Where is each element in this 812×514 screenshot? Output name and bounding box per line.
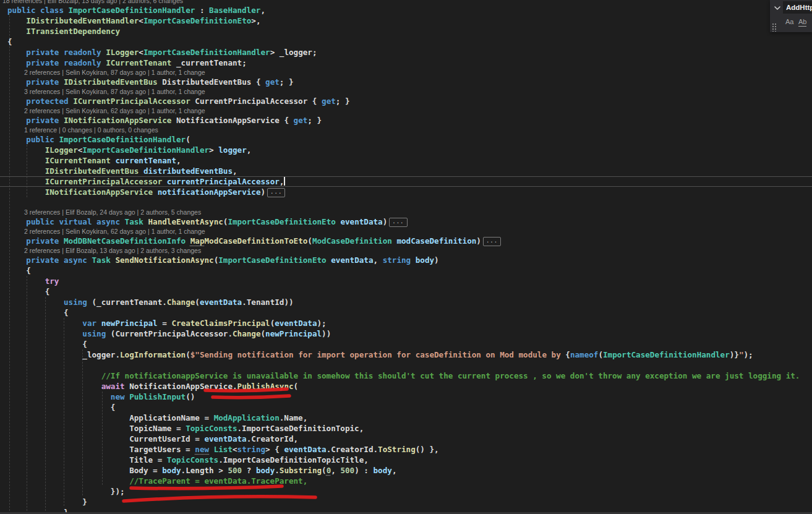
code-line[interactable]: public virtual async Task HandleEventAsy… xyxy=(0,216,812,227)
codelens-line[interactable]: 2 references | Selin Koykiran, 87 days a… xyxy=(0,68,812,77)
code-line-blank[interactable] xyxy=(0,197,812,208)
code-line[interactable]: ICurrentTenant currentTenant, xyxy=(0,155,812,166)
code-token: >, xyxy=(251,16,260,25)
code-line[interactable]: Body = body.Length > 500 ? body.Substrin… xyxy=(0,465,812,476)
whole-word-button[interactable]: Ab xyxy=(798,17,806,27)
code-line[interactable]: TopicName = TopicConsts.ImportCaseDefini… xyxy=(0,423,812,434)
drag-grip[interactable] xyxy=(771,22,777,32)
code-line[interactable]: ITransientDependency xyxy=(0,26,812,36)
code-token: get xyxy=(294,116,308,125)
code-token: () xyxy=(186,392,195,401)
code-token: ( xyxy=(186,135,190,144)
find-input[interactable]: AddHttp xyxy=(783,1,812,14)
code-token: string xyxy=(383,255,411,265)
code-token: ImportCaseDefinitionEto xyxy=(228,217,335,226)
code-line[interactable]: new PublishInput() xyxy=(0,392,812,402)
code-token xyxy=(7,236,26,246)
code-token xyxy=(7,382,101,391)
code-token: get xyxy=(322,96,336,106)
code-token: 500 xyxy=(228,466,242,475)
code-line[interactable]: //TraceParent = eventData.TraceParent, xyxy=(0,476,812,486)
codelens-line[interactable]: 1 reference | 0 changes | 0 authors, 0 c… xyxy=(0,126,812,134)
code-token: Body = xyxy=(7,466,162,475)
collapsed-region-box[interactable]: ... xyxy=(267,188,285,197)
code-token: ICurrentTenant xyxy=(45,156,111,165)
codelens-line[interactable]: 2 references | Elif Bozalp, 13 days ago … xyxy=(0,246,812,255)
code-token: ImportCaseDefinitionEto xyxy=(143,16,251,25)
code-line[interactable]: private readonly ICurrentTenant _current… xyxy=(0,58,812,68)
code-line[interactable]: { xyxy=(0,339,812,349)
collapsed-region-box[interactable]: ... xyxy=(483,237,501,246)
code-line[interactable]: var newPrincipal = CreateClaimsPrincipal… xyxy=(0,318,812,328)
code-token: $"Sending notification for import operat… xyxy=(190,350,566,359)
code-line[interactable]: protected ICurrentPrincipalAccessor Curr… xyxy=(0,96,812,106)
code-line[interactable]: { xyxy=(0,286,812,297)
code-token: PublishInput xyxy=(129,392,186,401)
code-line[interactable]: public ImportCaseDefinitionHandler( xyxy=(0,134,812,145)
code-line[interactable]: { xyxy=(0,307,812,318)
code-line[interactable]: private INotificationAppService Notifica… xyxy=(0,115,812,126)
collapsed-region-box[interactable]: ... xyxy=(389,218,407,227)
code-token: notificationAppService xyxy=(158,187,261,197)
code-line[interactable]: try xyxy=(0,276,812,286)
code-token: ( xyxy=(260,329,265,338)
code-line[interactable]: using (_currentTenant.Change(eventData.T… xyxy=(0,297,812,307)
codelens-line[interactable]: 3 references | Selin Koykiran, 87 days a… xyxy=(0,87,812,96)
codelens-line[interactable]: 2 references | Selin Koykiran, 62 days a… xyxy=(0,106,812,115)
code-area[interactable]: 18 references | Elif Bozalp, 13 days ago… xyxy=(0,0,812,514)
codelens-line[interactable]: 2 references | Selin Koykiran, 62 days a… xyxy=(0,227,812,236)
code-line[interactable]: { xyxy=(0,402,812,413)
code-token: ModCaseDefinitionToEto xyxy=(205,236,308,246)
code-token xyxy=(7,145,45,155)
code-token: private readonly xyxy=(26,58,106,67)
code-line[interactable]: Title = TopicConsts.ImportCaseDefinition… xyxy=(0,455,812,465)
code-token: //TraceParent = eventData.TraceParent, xyxy=(129,476,307,486)
code-token: Substring xyxy=(280,466,322,475)
code-token xyxy=(7,116,26,125)
code-token: //If notificationappService is unavailab… xyxy=(101,371,800,380)
code-token: .ImportCaseDefinitionTopicTitle, xyxy=(218,455,369,465)
chevron-down-icon[interactable] xyxy=(772,3,782,13)
code-line-blank[interactable] xyxy=(0,360,812,371)
code-token: NotificationAppService { xyxy=(171,116,293,125)
code-line[interactable]: ApplicationName = ModApplication.Name, xyxy=(0,413,812,423)
code-line[interactable]: IDistributedEventBus distributedEventBus… xyxy=(0,166,812,176)
code-token: ); xyxy=(317,319,327,328)
code-line[interactable]: IDistributedEventHandler<ImportCaseDefin… xyxy=(0,15,812,26)
code-token xyxy=(7,16,26,25)
code-line[interactable]: private IDistributedEventBus Distributed… xyxy=(0,77,812,87)
code-line[interactable]: INotificationAppService notificationAppS… xyxy=(0,187,812,197)
code-token: () }, xyxy=(416,445,439,454)
code-token: currentPrincipalAccessor xyxy=(167,177,280,186)
code-line[interactable]: }); xyxy=(0,486,812,497)
code-line[interactable]: using (CurrentPrincipalAccessor.Change(n… xyxy=(0,328,812,339)
code-token: = xyxy=(158,319,172,328)
code-token: , xyxy=(260,6,265,15)
codelens-line[interactable]: 3 references | Elif Bozalp, 24 days ago … xyxy=(0,208,812,216)
code-token: body xyxy=(374,466,392,475)
match-case-button[interactable]: Aa xyxy=(785,17,793,26)
code-token: BaseHandler xyxy=(209,6,260,15)
code-token xyxy=(7,298,64,307)
code-line[interactable]: { xyxy=(0,36,812,47)
code-line[interactable]: //If notificationappService is unavailab… xyxy=(0,371,812,381)
code-token: await xyxy=(101,382,125,391)
code-line[interactable]: ILogger<ImportCaseDefinitionHandler> log… xyxy=(0,145,812,155)
code-line[interactable]: await NotificationAppService.PublishAsyn… xyxy=(0,381,812,392)
code-line[interactable]: private ModDBNetCaseDefinitionInfo MapMo… xyxy=(0,236,812,246)
codelens-line[interactable]: 18 references | Elif Bozalp, 13 days ago… xyxy=(0,0,812,5)
code-line[interactable]: public class ImportCaseDefinitionHandler… xyxy=(0,5,812,15)
code-line[interactable]: CurrentUserId = eventData.CreatorId, xyxy=(0,434,812,444)
code-token: List xyxy=(214,445,233,454)
code-editor[interactable]: 18 references | Elif Bozalp, 13 days ago… xyxy=(0,0,812,514)
code-line[interactable]: TargetUsers = new List<string> { eventDa… xyxy=(0,444,812,455)
code-line[interactable]: } xyxy=(0,497,812,507)
code-token: Change xyxy=(233,329,261,338)
code-line[interactable]: { xyxy=(0,265,812,276)
code-token: IDistributedEventBus xyxy=(64,77,158,87)
code-line[interactable]: private readonly ILogger<ImportCaseDefin… xyxy=(0,47,812,58)
code-token: eventData xyxy=(331,255,373,265)
code-line[interactable]: private async Task SendNotificationAsync… xyxy=(0,255,812,265)
code-line[interactable]: _logger.LogInformation($"Sending notific… xyxy=(0,349,812,360)
code-line-active[interactable]: ICurrentPrincipalAccessor currentPrincip… xyxy=(0,176,812,187)
